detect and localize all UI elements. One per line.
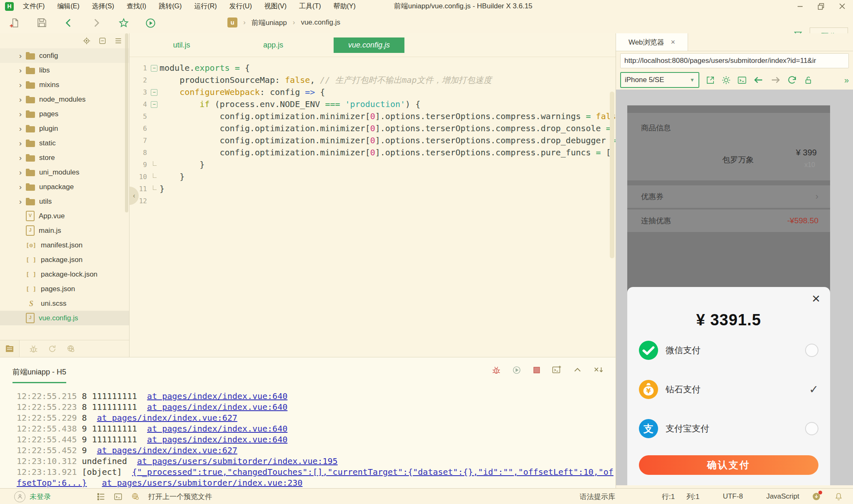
menu-item-视图(V)[interactable]: 视图(V) xyxy=(264,2,287,11)
collapse-all-icon[interactable] xyxy=(98,37,107,45)
log-source-link[interactable]: at pages/index/index.vue:640 xyxy=(147,402,287,412)
browser-forward-icon[interactable] xyxy=(770,75,781,85)
breadcrumb[interactable]: u › 前端uniapp › vue.config.js xyxy=(227,17,340,27)
editor-tab-app.js[interactable]: app.js xyxy=(242,37,304,53)
refresh-history-icon[interactable] xyxy=(47,344,57,354)
tree-item-uni_modules[interactable]: ›uni_modules xyxy=(0,165,129,180)
tree-item-vue.config.js[interactable]: Jvue.config.js xyxy=(0,311,129,325)
outline-list-icon[interactable] xyxy=(97,492,105,501)
refresh-icon[interactable] xyxy=(787,75,797,85)
console-tab[interactable]: 前端uniapp - H5 xyxy=(12,367,66,383)
editor-scrollbar[interactable] xyxy=(610,92,614,258)
unlock-icon[interactable] xyxy=(803,75,813,85)
files-panel-tab[interactable] xyxy=(0,340,20,357)
log-source-link[interactable]: at pages/users/submitorder/index.vue:230 xyxy=(102,478,303,488)
editor-tab-vue.config.js[interactable]: vue.config.js xyxy=(334,37,404,53)
globe-cloud-icon[interactable] xyxy=(131,492,140,501)
open-previous-preview[interactable]: 打开上一个预览文件 xyxy=(148,492,212,502)
minimize-button[interactable] xyxy=(797,3,803,10)
tree-item-utils[interactable]: ›utils xyxy=(0,194,129,209)
radio-unchecked-icon[interactable] xyxy=(805,344,818,357)
menu-item-查找(I)[interactable]: 查找(I) xyxy=(127,2,146,11)
coupon-row[interactable]: 优惠券 › xyxy=(627,185,830,208)
tree-item-config[interactable]: ›config xyxy=(0,48,129,63)
fold-start-icon[interactable] xyxy=(150,98,160,110)
navigate-forward-button[interactable] xyxy=(91,17,102,28)
menu-item-文件(F)[interactable]: 文件(F) xyxy=(23,2,45,11)
settings-gear-icon[interactable] xyxy=(721,75,731,85)
devtools-terminal-icon[interactable] xyxy=(737,75,747,85)
syntax-library[interactable]: 语法提示库 xyxy=(580,492,615,502)
encoding[interactable]: UTF-8 xyxy=(723,492,743,501)
tree-item-store[interactable]: ›store xyxy=(0,150,129,165)
cursor-line[interactable]: 行:1 xyxy=(662,492,675,502)
confirm-pay-button[interactable]: 确认支付 xyxy=(639,455,818,475)
tree-item-package.json[interactable]: [ ]package.json xyxy=(0,252,129,267)
menu-item-运行(R)[interactable]: 运行(R) xyxy=(194,2,217,11)
login-status[interactable]: 未登录 xyxy=(30,492,51,502)
browser-tab[interactable]: Web浏览器 × xyxy=(616,33,688,51)
locate-file-icon[interactable] xyxy=(82,37,91,45)
tree-item-manifest.json[interactable]: [⊙]manifest.json xyxy=(0,238,129,252)
new-file-button[interactable] xyxy=(9,17,20,28)
radio-unchecked-icon[interactable] xyxy=(805,422,818,435)
browser-back-icon[interactable] xyxy=(753,75,764,85)
menu-item-选择(S)[interactable]: 选择(S) xyxy=(92,2,114,11)
menu-item-发行(U)[interactable]: 发行(U) xyxy=(229,2,252,11)
more-controls-icon[interactable]: » xyxy=(844,75,849,85)
code-lines[interactable]: 1module.exports = {2 productionSourceMap… xyxy=(130,57,616,207)
sidebar-scrollbar[interactable] xyxy=(125,33,128,212)
log-source-link[interactable]: at pages/index/index.vue:640 xyxy=(147,434,287,444)
tree-item-unpackage[interactable]: ›unpackage xyxy=(0,180,129,194)
clear-console-icon[interactable] xyxy=(593,365,604,375)
update-notification-icon[interactable] xyxy=(812,492,821,501)
tree-item-package-lock.json[interactable]: [ ]package-lock.json xyxy=(0,267,129,282)
breadcrumb-project[interactable]: 前端uniapp xyxy=(252,18,287,27)
user-avatar-icon[interactable] xyxy=(14,491,25,502)
tree-item-App.vue[interactable]: VApp.vue xyxy=(0,209,129,223)
favorite-star-button[interactable] xyxy=(118,17,129,28)
log-source-link[interactable]: at pages/index/index.vue:640 xyxy=(147,424,287,434)
language-mode[interactable]: JavaScript xyxy=(766,492,799,501)
stop-icon[interactable] xyxy=(532,366,541,374)
web-globe-icon[interactable] xyxy=(66,344,76,354)
bell-icon[interactable] xyxy=(834,492,843,501)
tree-item-plugin[interactable]: ›plugin xyxy=(0,121,129,136)
new-terminal-icon[interactable] xyxy=(552,365,562,375)
tree-item-mixins[interactable]: ›mixins xyxy=(0,77,129,92)
tree-item-pages[interactable]: ›pages xyxy=(0,107,129,121)
payment-method-微信支付[interactable]: 微信支付 xyxy=(639,340,818,360)
sidebar-menu-icon[interactable] xyxy=(114,37,122,45)
debug-bug-icon[interactable] xyxy=(491,365,501,375)
close-tab-icon[interactable]: × xyxy=(671,38,676,47)
tree-item-uni.scss[interactable]: Suni.scss xyxy=(0,296,129,311)
selected-check-icon[interactable]: ✓ xyxy=(809,383,818,396)
editor-tab-util.js[interactable]: util.js xyxy=(150,37,213,53)
log-source-link[interactable]: at pages/index/index.vue:627 xyxy=(97,445,237,455)
run-button[interactable] xyxy=(145,17,156,28)
menu-item-编辑(E)[interactable]: 编辑(E) xyxy=(57,2,79,11)
cursor-col[interactable]: 列:1 xyxy=(686,492,699,502)
menu-item-帮助(Y)[interactable]: 帮助(Y) xyxy=(334,2,356,11)
log-source-link[interactable]: at pages/index/index.vue:640 xyxy=(147,391,287,401)
close-button[interactable] xyxy=(839,3,846,10)
log-source-link[interactable]: at pages/index/index.vue:627 xyxy=(97,413,237,423)
device-select[interactable]: iPhone 5/SE ▼ xyxy=(620,72,699,88)
screenshot-icon[interactable] xyxy=(706,75,715,85)
payment-method-支付宝支付[interactable]: 支支付宝支付 xyxy=(639,419,818,439)
collapse-panel-icon[interactable] xyxy=(573,365,582,375)
fold-start-icon[interactable] xyxy=(150,86,160,98)
breadcrumb-file[interactable]: vue.config.js xyxy=(301,18,340,27)
modal-close-icon[interactable]: × xyxy=(812,290,820,307)
tree-item-libs[interactable]: ›libs xyxy=(0,63,129,77)
fold-start-icon[interactable] xyxy=(150,62,160,74)
log-source-link[interactable]: at pages/users/submitorder/index.vue:195 xyxy=(137,456,338,466)
tree-item-static[interactable]: ›static xyxy=(0,136,129,150)
restart-icon[interactable] xyxy=(512,365,521,375)
menu-item-工具(T)[interactable]: 工具(T) xyxy=(299,2,321,11)
debug-bug-icon[interactable] xyxy=(29,344,38,354)
payment-method-钻石支付[interactable]: ¥钻石支付✓ xyxy=(639,379,818,399)
tree-item-node_modules[interactable]: ›node_modules xyxy=(0,92,129,107)
save-button[interactable] xyxy=(37,17,47,28)
menu-item-跳转(G)[interactable]: 跳转(G) xyxy=(159,2,182,11)
